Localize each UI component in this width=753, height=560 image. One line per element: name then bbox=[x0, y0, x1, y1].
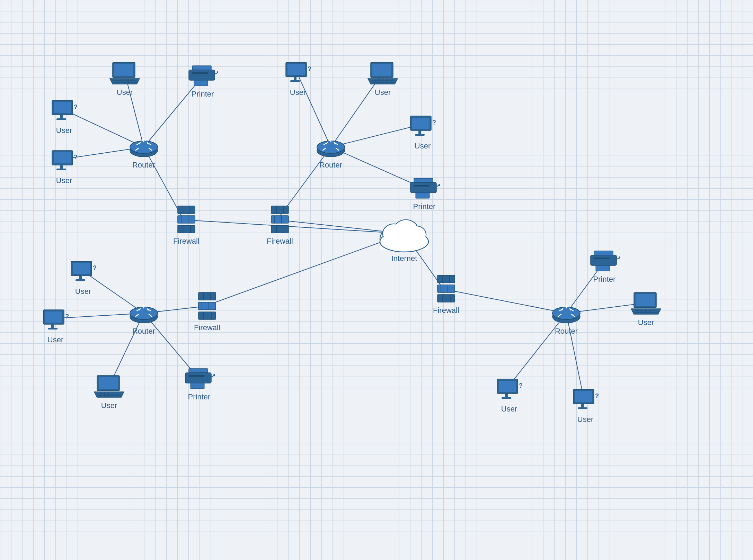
node-printer1: Printer bbox=[187, 64, 218, 99]
router-icon-router3 bbox=[128, 301, 159, 325]
svg-rect-88 bbox=[178, 225, 195, 233]
svg-rect-105 bbox=[198, 302, 216, 310]
node-fw3: Firewall bbox=[194, 291, 220, 332]
svg-rect-213 bbox=[499, 381, 516, 392]
svg-rect-183 bbox=[99, 377, 118, 389]
printer-icon-printer1 bbox=[187, 64, 218, 88]
desktop-icon-user1_1: ? bbox=[50, 99, 78, 125]
svg-rect-150 bbox=[290, 80, 300, 82]
laptop-icon-user1_2 bbox=[109, 61, 140, 87]
laptop-icon-user3_3 bbox=[94, 374, 125, 400]
node-label-user1_1: User bbox=[56, 126, 72, 135]
router-icon-router2 bbox=[315, 135, 346, 159]
node-label-user1_3: User bbox=[56, 176, 72, 185]
cloud-icon-internet bbox=[376, 215, 432, 253]
firewall-icon-fw2 bbox=[269, 204, 290, 235]
svg-rect-178 bbox=[45, 311, 62, 323]
desktop-icon-user3_2: ? bbox=[42, 308, 69, 334]
desktop-icon-user2_3: ? bbox=[409, 114, 436, 140]
node-label-printer2: Printer bbox=[413, 202, 436, 211]
desktop-icon-user4_3: ? bbox=[572, 388, 599, 414]
node-label-router1: Router bbox=[132, 161, 155, 170]
svg-rect-141 bbox=[192, 66, 211, 70]
network-diagram: Internet Router Router bbox=[0, 0, 753, 560]
node-user2_1: ? User bbox=[284, 61, 312, 97]
svg-text:?: ? bbox=[65, 313, 69, 320]
node-fw4: Firewall bbox=[433, 273, 459, 315]
svg-rect-113 bbox=[437, 275, 455, 283]
svg-rect-215 bbox=[502, 397, 511, 399]
svg-rect-219 bbox=[581, 404, 584, 407]
node-label-router3: Router bbox=[132, 327, 155, 336]
svg-text:?: ? bbox=[93, 264, 97, 271]
node-label-router2: Router bbox=[319, 161, 342, 170]
node-label-user3_1: User bbox=[75, 287, 91, 296]
svg-rect-197 bbox=[594, 251, 613, 255]
node-label-fw2: Firewall bbox=[267, 237, 293, 246]
laptop-icon-user2_2 bbox=[367, 61, 398, 87]
svg-rect-167 bbox=[410, 182, 436, 193]
svg-rect-123 bbox=[54, 102, 71, 113]
node-router1: Router bbox=[128, 135, 159, 170]
svg-text:?: ? bbox=[308, 65, 311, 72]
svg-rect-137 bbox=[54, 152, 71, 163]
svg-rect-148 bbox=[287, 64, 305, 75]
svg-rect-144 bbox=[194, 80, 208, 86]
svg-rect-200 bbox=[596, 265, 610, 271]
node-user4_3: ? User bbox=[572, 388, 599, 424]
desktop-icon-user1_3: ? bbox=[50, 149, 78, 175]
node-label-user3_2: User bbox=[47, 335, 63, 344]
svg-rect-162 bbox=[412, 118, 429, 129]
svg-rect-192 bbox=[185, 373, 211, 383]
node-printer4: Printer bbox=[589, 249, 620, 284]
svg-rect-175 bbox=[76, 279, 85, 281]
router-icon-router4 bbox=[551, 301, 582, 325]
svg-rect-96 bbox=[271, 216, 289, 223]
svg-rect-139 bbox=[56, 169, 66, 170]
desktop-icon-user3_1: ? bbox=[69, 260, 97, 286]
node-router4: Router bbox=[551, 301, 582, 336]
svg-rect-142 bbox=[189, 70, 215, 80]
node-printer3: Printer bbox=[184, 367, 215, 401]
svg-rect-174 bbox=[79, 276, 82, 279]
node-router2: Router bbox=[315, 135, 346, 170]
node-user4_1: User bbox=[630, 291, 662, 327]
svg-rect-163 bbox=[418, 130, 421, 134]
svg-text:?: ? bbox=[74, 154, 78, 161]
svg-rect-193 bbox=[189, 375, 204, 377]
printer-icon-printer2 bbox=[409, 177, 440, 201]
node-label-user2_3: User bbox=[415, 142, 431, 151]
svg-rect-138 bbox=[60, 165, 63, 169]
svg-rect-153 bbox=[372, 64, 391, 76]
svg-rect-115 bbox=[437, 295, 455, 302]
node-user1_1: ? User bbox=[50, 99, 78, 135]
svg-rect-194 bbox=[191, 383, 204, 389]
node-user3_1: ? User bbox=[69, 260, 97, 296]
node-user1_3: ? User bbox=[50, 149, 78, 185]
node-router3: Router bbox=[128, 301, 159, 336]
node-user4_2: ? User bbox=[495, 377, 523, 414]
svg-rect-169 bbox=[416, 193, 429, 198]
svg-text:?: ? bbox=[595, 392, 599, 399]
node-label-user4_3: User bbox=[577, 415, 593, 424]
svg-text:?: ? bbox=[74, 103, 78, 110]
node-label-user3_3: User bbox=[101, 401, 117, 410]
svg-rect-198 bbox=[591, 255, 617, 265]
svg-point-33 bbox=[407, 226, 426, 243]
node-user2_2: User bbox=[367, 61, 398, 97]
node-label-user4_1: User bbox=[638, 318, 654, 327]
svg-rect-214 bbox=[505, 394, 508, 397]
node-label-printer3: Printer bbox=[188, 392, 211, 401]
svg-rect-173 bbox=[73, 263, 90, 274]
node-fw2: Firewall bbox=[267, 204, 293, 246]
svg-rect-97 bbox=[271, 225, 289, 233]
svg-rect-218 bbox=[575, 391, 592, 402]
svg-text:?: ? bbox=[432, 119, 436, 126]
svg-rect-95 bbox=[271, 206, 289, 214]
node-internet: Internet bbox=[376, 215, 432, 263]
svg-rect-180 bbox=[48, 328, 57, 329]
node-label-internet: Internet bbox=[391, 254, 417, 263]
node-label-user2_1: User bbox=[290, 88, 306, 97]
firewall-icon-fw1 bbox=[176, 204, 197, 235]
node-user3_2: ? User bbox=[42, 308, 69, 344]
